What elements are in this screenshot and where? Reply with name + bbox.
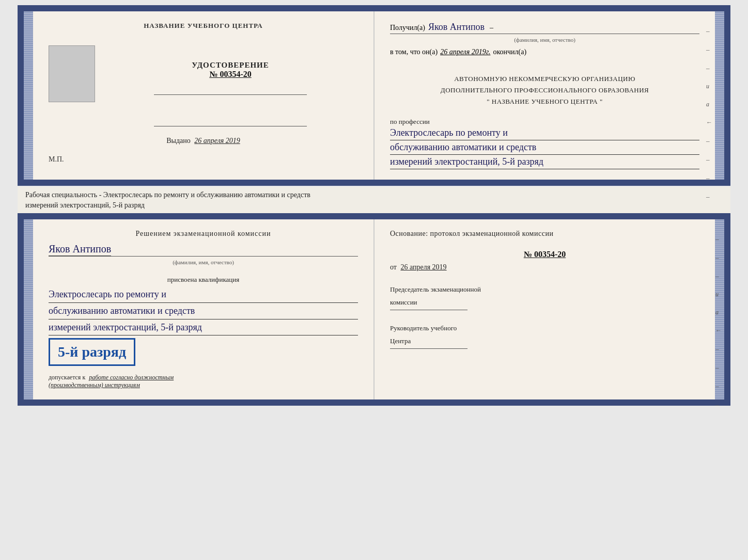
cert-number: № 00354-20 [209,70,251,79]
date-prefix: от [390,263,397,271]
photo-placeholder [49,45,95,102]
director-title-2: Центра [390,336,699,346]
dash-5: а [706,101,712,108]
org-line2: ДОПОЛНИТЕЛЬНОГО ПРОФЕССИОНАЛЬНОГО ОБРАЗО… [390,85,699,96]
between-text-content: Рабочая специальность - Электрослесарь п… [25,191,310,209]
dash-b9: – [715,382,722,390]
confirm-prefix: в том, что он(а) [390,48,438,56]
dash-b10: – [715,401,722,409]
qual-line2: обслуживанию автоматики и средств [49,303,358,319]
dash-7: – [706,137,712,145]
qual-line3: измерений электростанций, 5-й разряд [49,319,358,336]
chairman-signature-line [390,310,467,310]
spine-left-top [24,11,33,180]
dash-b1: – [715,235,722,243]
dash-b3: – [715,272,722,280]
protocol-date: от 26 апреля 2019 [390,263,699,271]
dash-1: – [706,27,712,35]
mp-label: М.П. [49,155,64,164]
rank-badge: 5-й разряд [49,338,135,366]
allowed-text: допускается к работе согласно должностны… [49,374,358,381]
basis-text: Основание: протокол экзаменационной коми… [390,230,699,238]
dash-9: – [706,174,712,182]
allowed-italic: работе согласно должностным [89,374,174,381]
profession-label: по профессии [390,118,699,126]
received-prefix: Получил(а) [390,24,425,32]
booklet-bottom: Решением экзаменационной комиссии Яков А… [18,213,730,406]
page-right-bottom: Основание: протокол экзаменационной коми… [375,219,715,399]
director-block: Руководитель учебного Центра [390,323,699,357]
profession-line3: измерений электростанций, 5-й разряд [390,155,699,169]
booklet-top: НАЗВАНИЕ УЧЕБНОГО ЦЕНТРА УДОСТОВЕРЕНИЕ №… [18,5,730,186]
allowed-prefix: допускается к [49,374,85,381]
date-value: 26 апреля 2019 [400,263,446,271]
issued-prefix: Выдано [166,137,191,145]
cert-label: УДОСТОВЕРЕНИЕ [192,61,269,70]
name-subtitle-top: (фамилия, имя, отчество) [390,37,699,43]
between-text: Рабочая специальность - Электрослесарь п… [18,187,730,213]
director-signature-line [390,348,467,349]
chairman-block: Председатель экзаменационной комиссии [390,284,699,318]
document-wrapper: НАЗВАНИЕ УЧЕБНОГО ЦЕНТРА УДОСТОВЕРЕНИЕ №… [18,5,730,406]
director-title-1: Руководитель учебного [390,323,699,333]
person-name-bottom: Яков Антипов [49,243,111,256]
dash-3: – [706,64,712,72]
profession-line2: обслуживанию автоматики и средств [390,140,699,155]
dash-10: – [706,193,712,201]
protocol-number: № 00354-20 [390,250,699,259]
dash-b6: ← [715,327,722,334]
qualification-label: присвоена квалификация [49,276,358,284]
spine-right-top [715,11,724,180]
name-subtitle-bottom: (фамилия, имя, отчество) [49,259,358,265]
profession-line1: Электрослесарь по ремонту и [390,126,699,140]
dash-4: и [706,83,712,90]
dash-b7: – [715,345,722,353]
dash-b2: – [715,253,722,262]
dash-2: – [706,45,712,54]
dash-8: – [706,155,712,164]
spine-left-bottom [24,219,33,399]
issued-date: 26 апреля 2019 [194,137,240,145]
dash-b5: а [715,309,722,316]
page-right-top: Получил(а) Яков Антипов – (фамилия, имя,… [375,11,715,180]
page-left-bottom: Решением экзаменационной комиссии Яков А… [33,219,375,399]
chairman-title-1: Председатель экзаменационной [390,284,699,295]
dash-b4: и [715,291,722,298]
divider-2 [154,126,307,126]
dash-6: ← [706,119,712,126]
org-name-left: НАЗВАНИЕ УЧЕБНОГО ЦЕНТРА [144,22,263,30]
issued-line: Выдано 26 апреля 2019 [166,137,240,145]
page-left-top: НАЗВАНИЕ УЧЕБНОГО ЦЕНТРА УДОСТОВЕРЕНИЕ №… [33,11,375,180]
org-line3: " НАЗВАНИЕ УЧЕБНОГО ЦЕНТРА " [390,96,699,107]
confirm-date: 26 апреля 2019г. [440,48,490,56]
divider-1 [154,94,307,95]
chairman-title-2: комиссии [390,297,699,308]
dash-b8: – [715,363,722,372]
org-line1: АВТОНОМНУЮ НЕКОММЕРЧЕСКУЮ ОРГАНИЗАЦИЮ [390,73,699,85]
person-name-top: Яков Антипов [428,22,485,33]
allowed-italic2: (производственным) инструкциям [49,381,358,389]
confirm-suffix: окончил(а) [493,48,526,56]
decision-text: Решением экзаменационной комиссии [49,230,358,238]
qual-line1: Электрослесарь по ремонту и [49,286,358,303]
